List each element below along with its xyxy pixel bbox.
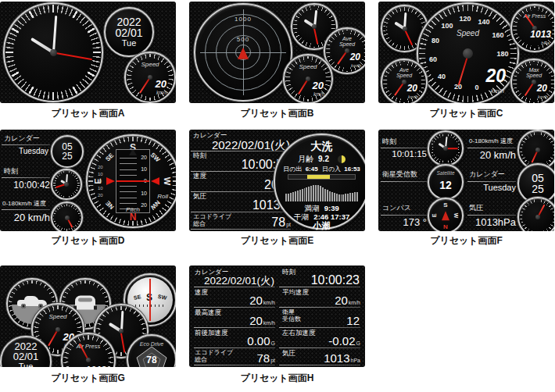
sunrise-label: 日の出 [283,166,302,173]
divider [194,365,275,365]
speedometer: 0 20 40 60 80 100 120 140 160 180 Speed … [417,2,519,103]
pitch-scale-tick: 10 [141,191,147,196]
date-widget: 2022 02/01 Tue [0,336,52,367]
cell-label: 時刻 [382,137,396,145]
sunrise-time: 6:45 [306,166,318,173]
preset-panel-b: 1000 500 Ave Speed 20 km/h Speed 20 km/h [189,2,365,103]
eco-value: 78 [128,355,175,365]
value-text: 1013 [324,351,349,365]
roll-scale-tick: 20 [98,165,103,169]
divider [279,347,360,348]
divider [2,177,50,178]
radar-display: 1000 500 [194,3,292,102]
speedo-tick-label: 60 [429,55,437,63]
gauge-unit: km/h [351,63,361,68]
value-text: 12 [346,314,360,327]
roll-label: Roll [157,193,168,200]
compass-point-w: W [453,213,459,219]
divider [279,307,360,308]
caption-a: プリセット画面A [0,107,176,120]
caption-e: プリセット画面E [189,234,365,248]
compass-widget: S N E W [428,198,464,231]
cell-value: Tuesday [467,183,516,192]
divider [2,144,50,145]
caption-b: プリセット画面B [189,107,365,120]
speedo-tick-label: 140 [478,18,489,26]
pitch-scale-tick: 20 [141,155,147,160]
radar-vehicle-arrow-icon [238,48,249,59]
clock-center-cap [312,24,317,29]
tide-bar-chart [285,181,358,201]
divider [381,148,427,148]
gauge-value: 20 [156,78,166,90]
cell-value: 20 km/h [467,149,516,161]
row-value: 20km/h [279,294,360,307]
gauge-value: 20 [313,80,324,91]
car-wheel [94,306,97,310]
caption-c: プリセット画面C [378,107,554,120]
preset-panel-c: 0 20 40 60 80 100 120 140 160 180 Speed … [378,2,554,103]
car-wheel [21,304,26,308]
gauge-value: 20 [537,83,547,94]
tide-location: 大洗 [275,140,365,154]
time-label: 時刻 [4,167,18,175]
gauge-unit: km/h [156,90,167,95]
pitch-ladder: 20 10 0 10 20 [116,149,150,213]
value-unit: km/h [349,300,360,305]
row-value: 78pt [194,351,275,365]
gauge-label: Max Speed [512,67,554,79]
speedo-tick-label: 180 [496,50,508,58]
speedo-tick-label: 100 [441,22,453,30]
gauge-value: 20 [407,83,417,94]
satellite-widget: Satellite 12 [428,164,464,200]
divider [194,327,275,328]
speed-label: 0-180km/h 速度 [2,200,46,207]
satellite-count: 12 [429,179,462,191]
date-year: 2022 [15,341,38,351]
pitch-label: Pitch [88,207,176,213]
pitch-scale-tick: 10 [141,166,147,172]
cell-label: 衛星受信数 [382,170,417,178]
row-value: 0.00G [194,334,275,347]
cell-label: コンパス [382,204,411,212]
divider [194,287,275,287]
clock-center-cap [64,182,69,187]
value-text: 10:00:23 [311,273,360,287]
gauge-unit: km/h [538,94,548,99]
row-value: 10:00:23 [279,273,360,287]
date-text: 2022 02/01 Tue [106,9,152,55]
date-year: 2022 [116,16,141,27]
roll-scale-tick: 0 [98,179,103,184]
preset-panel-d: カレンダー Tuesday 05 25 時刻 10:00:42 0-180km/… [0,130,176,231]
gauge-label: Speed [126,62,174,68]
value-unit: pt [270,358,275,363]
tide-type: 小潮 [275,220,365,231]
roll-arrow-right-icon [151,177,159,185]
divider [467,148,516,148]
gauge-center-cap [148,75,152,80]
cell-label: 0-180km/h 速度 [469,137,513,144]
value-text: 2022/02/01(火) [204,275,274,287]
gauge-center-cap [532,80,536,84]
gauge-label: Speed [285,64,331,70]
date-day: 25 [62,151,72,161]
clock-center-cap [119,329,124,333]
gauge-center-cap [56,327,60,332]
value-text: 20 [335,294,348,307]
value-text: 78 [256,351,270,365]
satellite-label: Satellite [429,171,462,176]
radar-outer-range-label: 1000 [235,16,252,23]
gauge-center-cap [535,215,540,219]
cell-label: カレンダー [469,170,505,178]
moon-age-value: 9.2 [318,155,329,163]
gauge-center-cap [402,80,406,84]
divider [194,307,275,308]
gauge-unit: km/h [313,91,324,97]
compass-point-s: S [443,201,447,208]
gauge-center-cap [535,148,540,152]
date-monthday: 02/01 [13,351,39,362]
roll-scale-tick: 10 [98,172,103,176]
moon-phase-icon [338,155,346,163]
high-tide-time: 9:39 [324,204,339,212]
clock-center-cap [50,49,57,56]
